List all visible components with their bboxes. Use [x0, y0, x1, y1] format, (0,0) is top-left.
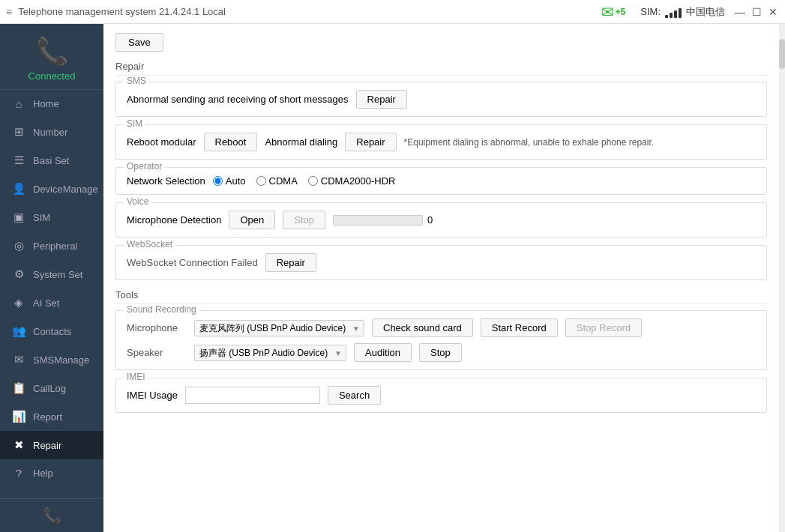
sound-recording-label: Sound Recording	[124, 304, 199, 315]
scrollbar-thumb[interactable]	[779, 39, 785, 69]
sms-icon: ✉	[12, 353, 25, 366]
microphone-device-select-wrap[interactable]: 麦克风阵列 (USB PnP Audio Device) ▼	[194, 320, 364, 336]
sim-info: SIM: 中国电信	[640, 5, 725, 19]
check-sound-card-button[interactable]: Check sound card	[372, 318, 473, 337]
signal-bar-3	[674, 10, 677, 18]
signal-bar-4	[679, 8, 682, 18]
sidebar-item-help[interactable]: ? Help	[0, 459, 103, 487]
contacts-icon: 👥	[12, 324, 25, 338]
mic-open-button[interactable]: Open	[229, 211, 275, 229]
title-bar: ≡ Telephone management system 21.4.24.1 …	[0, 0, 785, 24]
sidebar-label-repair: Repair	[33, 440, 61, 451]
radio-cdma-label: CDMA	[269, 175, 298, 187]
sidebar-item-report[interactable]: 📊 Report	[0, 402, 103, 431]
sidebar-item-system-set[interactable]: ⚙ System Set	[0, 260, 103, 288]
email-indicator[interactable]: ✉ +5	[601, 3, 626, 21]
sidebar-item-call-log[interactable]: 📋 CallLog	[0, 374, 103, 402]
sidebar-item-basi-set[interactable]: ☰ Basi Set	[0, 146, 103, 175]
sidebar: 📞 Connected ⌂ Home ⊞ Number ☰ Basi Set 👤…	[0, 24, 103, 532]
repair-section: Repair SMS Abnormal sending and receivin…	[115, 61, 767, 280]
microphone-device-select[interactable]: 麦克风阵列 (USB PnP Audio Device)	[194, 320, 364, 336]
signal-bar-1	[665, 15, 668, 18]
radio-auto[interactable]: Auto	[213, 175, 246, 187]
radio-cdma-input[interactable]	[256, 176, 266, 186]
sidebar-item-sms-manage[interactable]: ✉ SMSManage	[0, 345, 103, 374]
imei-input[interactable]	[185, 387, 320, 404]
websocket-label: WebSocket	[124, 239, 175, 250]
report-icon: 📊	[12, 410, 25, 423]
sidebar-item-repair[interactable]: ✖ Repair	[0, 431, 103, 459]
stop-record-button[interactable]: Stop Record	[565, 318, 642, 337]
content-area: Save Repair SMS Abnormal sending and rec…	[103, 24, 779, 532]
call-log-icon: 📋	[12, 381, 25, 395]
maximize-button[interactable]: ☐	[751, 6, 763, 18]
sidebar-logo: 📞 Connected	[0, 24, 103, 90]
sim-row: Reboot modular Reboot Abnormal dialing R…	[127, 133, 756, 151]
mic-stop-button[interactable]: Stop	[283, 211, 325, 229]
search-button[interactable]: Search	[328, 386, 381, 405]
sidebar-phone-button[interactable]: 📞	[0, 499, 103, 532]
abnormal-dialing-label: Abnormal dialing	[265, 136, 337, 148]
mic-detection-label: Microphone Detection	[127, 214, 221, 226]
sidebar-label-peripheral: Peripheral	[33, 241, 77, 252]
sidebar-item-sim[interactable]: ▣ SIM	[0, 203, 103, 232]
repair-section-title: Repair	[115, 61, 767, 76]
speaker-device-select-wrap[interactable]: 扬声器 (USB PnP Audio Device) ▼	[194, 345, 346, 361]
radio-cdma2000-input[interactable]	[308, 176, 318, 186]
start-record-button[interactable]: Start Record	[481, 318, 558, 337]
sidebar-label-basi-set: Basi Set	[33, 155, 69, 166]
sim-repair-button[interactable]: Repair	[345, 133, 396, 151]
sidebar-footer: 📞	[0, 498, 103, 532]
main-layout: 📞 Connected ⌂ Home ⊞ Number ☰ Basi Set 👤…	[0, 24, 785, 532]
sim-label: SIM	[124, 118, 145, 129]
phone-footer-icon: 📞	[43, 507, 61, 525]
system-set-icon: ⚙	[12, 267, 25, 281]
scrollbar[interactable]	[779, 24, 785, 532]
tools-section-title: Tools	[115, 289, 767, 304]
radio-auto-input[interactable]	[213, 176, 223, 186]
microphone-label: Microphone	[127, 322, 187, 333]
sidebar-item-home[interactable]: ⌂ Home	[0, 90, 103, 118]
operator-row: Network Selection Auto CDMA CDMA2000-	[127, 175, 756, 187]
sidebar-item-peripheral[interactable]: ◎ Peripheral	[0, 232, 103, 260]
sim-icon: ▣	[12, 211, 25, 224]
window-controls[interactable]: — ☐ ✕	[734, 6, 779, 18]
websocket-repair-button[interactable]: Repair	[265, 253, 316, 272]
operator-subsection: Operator Network Selection Auto CDMA	[115, 167, 767, 195]
operator-label: Operator	[124, 161, 165, 172]
connection-failed-text: WebSocket Connection Failed	[127, 257, 258, 268]
menu-icon[interactable]: ≡	[6, 6, 12, 18]
sim-subsection: SIM Reboot modular Reboot Abnormal diali…	[115, 124, 767, 160]
imei-usage-label: IMEI Usage	[127, 390, 178, 401]
home-icon: ⌂	[12, 97, 25, 110]
sidebar-item-number[interactable]: ⊞ Number	[0, 118, 103, 146]
radio-cdma[interactable]: CDMA	[256, 175, 298, 187]
repair-icon: ✖	[12, 438, 25, 452]
voice-row: Microphone Detection Open Stop 0	[127, 211, 756, 229]
device-manage-icon: 👤	[12, 182, 25, 196]
sidebar-label-sim: SIM	[33, 212, 50, 223]
sound-recording-subsection: Sound Recording Microphone 麦克风阵列 (USB Pn…	[115, 310, 767, 370]
save-button[interactable]: Save	[115, 33, 163, 52]
sidebar-item-ai-set[interactable]: ◈ AI Set	[0, 288, 103, 317]
signal-bars	[665, 6, 682, 18]
reboot-button[interactable]: Reboot	[204, 133, 258, 151]
sidebar-nav: ⌂ Home ⊞ Number ☰ Basi Set 👤 DeviceManag…	[0, 90, 103, 498]
app-title: Telephone management system 21.4.24.1 Lo…	[18, 6, 601, 17]
close-button[interactable]: ✕	[767, 6, 779, 18]
sidebar-item-device-manage[interactable]: 👤 DeviceManage	[0, 175, 103, 203]
sidebar-label-ai-set: AI Set	[33, 297, 59, 309]
network-selection-label: Network Selection	[127, 175, 205, 187]
sim-warning-text: *Equipment dialing is abnormal, unable t…	[404, 137, 655, 148]
ai-set-icon: ◈	[12, 296, 25, 309]
sidebar-item-contacts[interactable]: 👥 Contacts	[0, 317, 103, 345]
speaker-device-select[interactable]: 扬声器 (USB PnP Audio Device)	[194, 345, 346, 361]
radio-cdma2000[interactable]: CDMA2000-HDR	[308, 175, 396, 187]
sidebar-label-contacts: Contacts	[33, 326, 71, 337]
audition-button[interactable]: Audition	[354, 343, 412, 362]
sms-repair-button[interactable]: Repair	[356, 90, 407, 109]
minimize-button[interactable]: —	[734, 6, 746, 18]
microphone-row: Microphone 麦克风阵列 (USB PnP Audio Device) …	[127, 318, 756, 337]
connected-label: Connected	[28, 70, 76, 82]
speaker-stop-button[interactable]: Stop	[419, 343, 462, 362]
